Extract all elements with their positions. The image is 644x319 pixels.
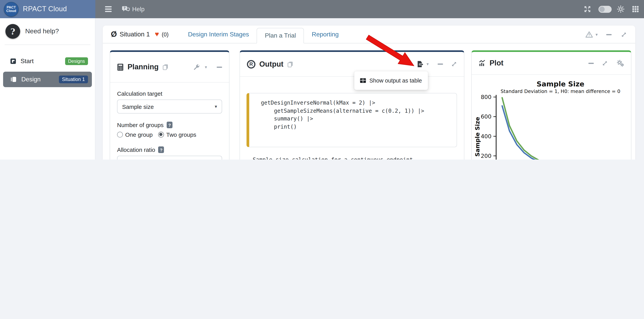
tab-plan-a-trial[interactable]: Plan a Trial [257, 28, 304, 43]
sidebar-nav: Start Designs Design Situation 1 [0, 45, 95, 87]
collapse-panel-icon[interactable] [217, 66, 222, 68]
svg-text:400: 400 [481, 133, 492, 140]
empty-set-icon: Ø [111, 30, 117, 39]
collapse-card-icon[interactable] [606, 34, 612, 35]
radio-two-groups[interactable]: Two groups [158, 131, 196, 138]
question-mark-icon: ? [6, 24, 20, 39]
brightness-sun-icon[interactable] [617, 5, 624, 13]
copy-icon[interactable] [288, 61, 294, 67]
calculation-target-value: Sample size [122, 103, 154, 110]
tab-reporting[interactable]: Reporting [304, 25, 346, 43]
situation-badge: Situation 1 [59, 75, 88, 83]
r-code-block[interactable]: getDesignInverseNormal(kMax = 2) |> getS… [246, 93, 457, 147]
hamburger-menu-icon[interactable] [105, 6, 112, 12]
chart-icon [479, 60, 486, 67]
allocation-ratio-field[interactable] [122, 159, 217, 160]
svg-text:200: 200 [481, 153, 492, 159]
fullscreen-icon[interactable] [584, 6, 591, 12]
radio-one-group[interactable]: One group [117, 131, 153, 138]
calculation-target-label: Calculation target [117, 90, 222, 97]
chevron-down-icon[interactable]: ▾ [205, 65, 207, 69]
sidebar: ? Need help? Start Designs [0, 18, 95, 160]
tabs: Design Interim Stages Plan a Trial Repor… [180, 25, 346, 43]
calculation-target-select[interactable]: Sample size ▾ [117, 100, 222, 113]
plot-settings-gears-icon[interactable] [617, 59, 624, 67]
table-icon [360, 77, 366, 84]
help-badge-icon[interactable]: ? [158, 146, 164, 153]
allocation-ratio-label: Allocation ratio ? [117, 146, 222, 153]
planning-form: Calculation target Sample size ▾ Number … [110, 82, 229, 160]
chevron-down-icon[interactable]: ▾ [596, 32, 598, 37]
rpact-logo-icon: PACT Cloud [4, 2, 18, 16]
need-help-label: Need help? [25, 27, 59, 35]
sample-size-chart: Sample SizeStandard Deviation = 1, H0: m… [472, 75, 632, 160]
svg-text:600: 600 [481, 113, 492, 120]
sidebar-item-label: Design [21, 76, 41, 83]
expand-card-icon[interactable] [621, 31, 627, 37]
sidebar-item-design[interactable]: Design Situation 1 [3, 72, 92, 87]
plot-panel: Plot [471, 50, 632, 160]
help-button[interactable]: ? Help [122, 5, 144, 12]
plot-header: Plot [472, 52, 631, 75]
planning-header: Planning ▾ [110, 52, 229, 82]
chevron-down-icon[interactable]: ▾ [426, 62, 429, 66]
help-badge-icon[interactable]: ? [167, 122, 172, 128]
allocation-ratio-input[interactable] [117, 156, 222, 160]
svg-text:Sample Size: Sample Size [537, 80, 584, 88]
warning-triangle-icon[interactable] [586, 31, 593, 38]
calculator-icon [117, 63, 124, 71]
r-logo-icon: R [247, 60, 256, 68]
output-header: R Output ▾ [240, 52, 464, 77]
expand-panel-icon[interactable] [602, 60, 608, 66]
tab-design-interim-stages[interactable]: Design Interim Stages [180, 25, 257, 43]
help-label: Help [132, 5, 144, 12]
need-help-button[interactable]: ? Need help? [0, 18, 95, 44]
top-header: PACT Cloud RPACT Cloud ? Help [0, 0, 644, 18]
output-panel: R Output ▾ [240, 50, 464, 160]
app-root: PACT Cloud RPACT Cloud ? Help [0, 0, 644, 160]
logo-text-2: Cloud [6, 9, 16, 12]
card-actions: ▾ [586, 25, 627, 43]
svg-text:Standard Deviation = 1, H0: me: Standard Deviation = 1, H0: mean differe… [500, 88, 620, 94]
planning-title: Planning [128, 63, 158, 71]
sidebar-item-start[interactable]: Start Designs [3, 53, 92, 69]
favorite-heart-icon[interactable]: ♥ [155, 30, 159, 38]
radio-circle-icon [117, 132, 123, 137]
wrench-icon[interactable] [193, 64, 200, 70]
number-of-groups-label: Number of groups ? [117, 122, 222, 128]
plot-title: Plot [490, 59, 504, 67]
situation-title: Situation 1 [120, 31, 150, 38]
sidebar-item-label: Start [20, 58, 34, 65]
situation-header: Ø Situation 1 ♥ (0) [111, 30, 168, 39]
expand-panel-icon[interactable] [451, 61, 457, 67]
export-output-icon[interactable] [416, 60, 424, 68]
tab-bar: Ø Situation 1 ♥ (0) Design Interim Stage… [103, 25, 635, 43]
favorite-count: (0) [162, 31, 168, 37]
show-output-as-table-menu-item[interactable]: Show output as table [354, 71, 428, 90]
collapse-panel-icon[interactable] [588, 62, 594, 64]
header-actions [584, 0, 639, 18]
r-output-text: Sample size calculation for a continuous… [253, 156, 464, 160]
chevron-down-icon: ▾ [215, 104, 217, 109]
r-code-text: getDesignInverseNormal(kMax = 2) |> getS… [249, 93, 456, 131]
menu-item-label: Show output as table [370, 77, 422, 84]
start-flag-icon [10, 58, 16, 64]
groups-radio-group: One group Two groups [117, 131, 222, 138]
brand-block[interactable]: PACT Cloud RPACT Cloud [0, 0, 95, 18]
collapse-panel-icon[interactable] [438, 63, 443, 65]
designs-badge: Designs [65, 57, 88, 65]
svg-text:?: ? [124, 6, 126, 10]
design-columns-icon [10, 76, 17, 83]
logo-text-1: PACT [6, 5, 16, 9]
dark-mode-toggle[interactable] [598, 5, 612, 12]
planning-panel: Planning ▾ Calculation target S [110, 50, 230, 160]
output-title: Output [259, 60, 284, 68]
app-title: RPACT Cloud [23, 5, 67, 13]
radio-circle-icon [158, 132, 164, 137]
svg-text:800: 800 [481, 94, 492, 100]
help-bubbles-icon: ? [122, 6, 130, 12]
copy-icon[interactable] [162, 64, 168, 70]
svg-text:Sample Size: Sample Size [474, 117, 481, 156]
apps-grid-icon[interactable] [632, 6, 639, 12]
